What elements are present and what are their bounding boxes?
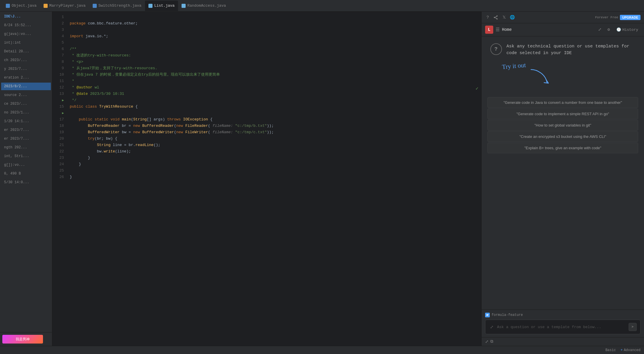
- suggestion-button-0[interactable]: "Generate code in Java to convert a numb…: [487, 97, 638, 108]
- file-tree-item[interactable]: ngth 202...: [1, 144, 51, 151]
- tab-list[interactable]: List.java: [145, 1, 178, 11]
- java-icon: [6, 4, 10, 8]
- panel-expand-icon[interactable]: ⤢: [485, 339, 489, 344]
- file-tree-item[interactable]: ch 2023/...: [1, 56, 51, 64]
- file-tree-item[interactable]: 1/20 14:1...: [1, 118, 51, 125]
- ai-footer: formula-feature ⤢ ➤: [482, 309, 644, 337]
- file-tree-item[interactable]: int, Stri...: [1, 152, 51, 160]
- tab-switch-label: SwitchStrength.java: [98, 3, 141, 8]
- file-tree-item[interactable]: er 2023/7...: [1, 135, 51, 143]
- run-gutter-14[interactable]: ▶: [62, 97, 64, 104]
- ai-nav-right: ⤢ ⚙ 🕐 History: [597, 26, 641, 33]
- try-it-arrow: [528, 68, 551, 86]
- file-tree-item[interactable]: source 2...: [1, 91, 51, 99]
- main-layout: IDE\J... 8/24 15:52... g(java):vo... int…: [0, 12, 644, 346]
- chat-input[interactable]: [497, 325, 626, 329]
- tab-list-label: List.java: [154, 3, 175, 8]
- suggestion-button-4[interactable]: "Explain B+ trees, give an example with …: [487, 143, 638, 153]
- panel-bottom-row: ⤢ ⧉: [482, 337, 644, 346]
- file-tree-item[interactable]: 5/30 14:0...: [1, 179, 51, 186]
- suggestion-button-1[interactable]: "Generate code to implement a simple RES…: [487, 108, 638, 119]
- file-tree-item[interactable]: Detail 20...: [1, 48, 51, 55]
- expand-icon[interactable]: ⤢: [489, 324, 495, 330]
- tab-random[interactable]: RandomAccess.java: [178, 1, 229, 11]
- ai-welcome: ? Ask any technical question or use temp…: [490, 43, 636, 56]
- file-tree-item[interactable]: 2023/8/2...: [1, 83, 51, 90]
- ai-nav: L ☰ Home ⤢ ⚙ 🕐 History: [482, 23, 644, 36]
- tab-marry[interactable]: MarryPlayer.java: [40, 1, 89, 11]
- panel-copy-icon[interactable]: ⧉: [490, 339, 493, 344]
- hamburger-icon[interactable]: ☰: [496, 27, 500, 33]
- svg-line-4: [495, 17, 497, 18]
- editor-area: 1 2 3 4 5 6 7 8 9 10 11 12 13 ▶ 15 ▶: [52, 12, 481, 346]
- file-tree-item[interactable]: no 2023/1...: [1, 109, 51, 116]
- home-label: Home: [502, 27, 512, 32]
- suggestion-buttons: "Generate code in Java to convert a numb…: [487, 97, 638, 153]
- try-it-out-text: Try it out: [502, 61, 526, 71]
- expand-window-icon[interactable]: ⤢: [597, 26, 603, 33]
- tab-switch[interactable]: SwitchStrength.java: [89, 1, 145, 11]
- add-icon: +: [620, 348, 623, 352]
- tab-marry-label: MarryPlayer.java: [49, 3, 86, 8]
- toolbar-icons: ? 𝕏 🌐: [485, 15, 515, 20]
- ai-toolbar: ? 𝕏 🌐 Forever Free UPGRADE: [482, 12, 644, 23]
- bottom-right: Basic + Advanced: [605, 348, 641, 352]
- suggestion-button-2[interactable]: "How to set global variables in git": [487, 120, 638, 131]
- panel-bottom-icons: ⤢ ⧉: [485, 339, 493, 344]
- basic-label: Basic: [605, 348, 616, 352]
- history-button[interactable]: 🕐 History: [614, 26, 641, 33]
- settings-icon[interactable]: ⚙: [605, 26, 612, 33]
- user-badge[interactable]: 我是男神: [2, 335, 43, 344]
- file-tree-item[interactable]: er 2023/7...: [1, 126, 51, 134]
- checkmark-14: ✓: [476, 86, 478, 91]
- file-tree-item[interactable]: g(java):vo...: [1, 30, 51, 38]
- bottom-bar: Basic + Advanced: [0, 346, 644, 354]
- history-icon: 🕐: [616, 27, 621, 32]
- tab-object[interactable]: Object.java: [2, 1, 40, 11]
- forever-free-label: Forever Free: [595, 16, 618, 19]
- tab-object-label: Object.java: [12, 3, 37, 8]
- random-icon: [182, 4, 186, 8]
- svg-line-3: [495, 16, 497, 17]
- run-gutter-16[interactable]: ▶: [62, 110, 64, 116]
- suggestion-button-3[interactable]: "Create an encrypted s3 bucket using the…: [487, 131, 638, 142]
- tab-bar: Object.java MarryPlayer.java SwitchStren…: [0, 0, 644, 12]
- globe-icon[interactable]: 🌐: [510, 15, 515, 20]
- share-icon[interactable]: [493, 15, 498, 20]
- advanced-button[interactable]: + Advanced: [620, 348, 641, 352]
- ai-welcome-text: Ask any technical question or use templa…: [507, 43, 636, 56]
- upgrade-badge: Forever Free UPGRADE: [595, 15, 641, 20]
- try-it-out-container: Try it out: [490, 62, 636, 86]
- basic-button[interactable]: Basic: [605, 348, 616, 352]
- ai-content: ? Ask any technical question or use temp…: [482, 36, 644, 309]
- file-tree-panel: IDE\J... 8/24 15:52... g(java):vo... int…: [0, 12, 52, 346]
- send-icon: ➤: [631, 324, 634, 330]
- java-orange-icon: [44, 4, 48, 8]
- upgrade-button[interactable]: UPGRADE: [620, 15, 641, 20]
- java-switch-icon: [93, 4, 97, 8]
- tab-random-label: RandomAccess.java: [187, 3, 226, 8]
- question-circle-icon[interactable]: ?: [485, 15, 490, 20]
- file-tree-items: IDE\J... 8/24 15:52... g(java):vo... int…: [0, 12, 52, 187]
- context-label: formula-feature: [491, 313, 523, 317]
- advanced-label: Advanced: [624, 348, 641, 352]
- file-tree-item[interactable]: IDE\J...: [1, 13, 51, 20]
- ai-panel: ? 𝕏 🌐 Forever Free UPGRADE L ☰ Home ⤢ ⚙: [481, 12, 644, 346]
- file-tree-item[interactable]: ce 2023/...: [1, 100, 51, 108]
- list-icon: [148, 4, 153, 8]
- chat-input-container: ⤢ ➤: [485, 320, 641, 334]
- code-editor[interactable]: package com.bbc.feature.other; import ja…: [67, 12, 481, 346]
- history-label: History: [622, 28, 638, 32]
- file-tree-item[interactable]: eration 2...: [1, 74, 51, 81]
- file-tree-item[interactable]: y 2023/7...: [1, 65, 51, 73]
- file-tree-item[interactable]: g[]):vo...: [1, 161, 51, 169]
- send-button[interactable]: ➤: [629, 323, 637, 331]
- context-bar: formula-feature: [485, 313, 641, 317]
- file-tree-item[interactable]: 8/24 15:52...: [1, 22, 51, 29]
- file-tree-item[interactable]: int):int: [1, 39, 51, 47]
- file-tree-item[interactable]: 0, 490 B: [1, 170, 51, 177]
- code-container: 1 2 3 4 5 6 7 8 9 10 11 12 13 ▶ 15 ▶: [52, 12, 481, 346]
- ai-question-icon: ?: [490, 43, 502, 55]
- twitter-icon[interactable]: 𝕏: [501, 15, 507, 20]
- home-avatar[interactable]: L: [485, 26, 493, 34]
